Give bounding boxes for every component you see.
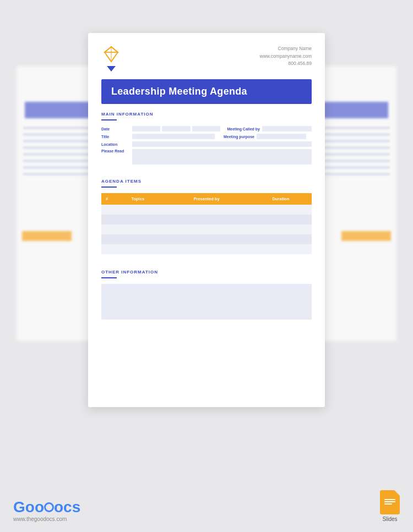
- other-info-box[interactable]: [101, 284, 312, 320]
- agenda-table: # Topics Presented by Duration: [101, 193, 312, 254]
- logo-area: [101, 45, 121, 72]
- title-row: Title Meeting purpose: [101, 134, 312, 139]
- company-name: Company Name: [260, 45, 312, 53]
- goodocs-url: www.thegoodocs.com: [13, 516, 80, 522]
- table-row: [101, 234, 312, 244]
- main-information-section: MAIN INFORMATION Date Meeting Called by …: [88, 104, 325, 164]
- please-read-row: Please Read: [101, 149, 312, 164]
- bg-yellow-bar-left: [22, 231, 72, 241]
- bg-blue-bar-left: [25, 102, 96, 118]
- gem-icon: [101, 45, 121, 65]
- triangle-decoration: [107, 66, 116, 72]
- company-phone: 800.456.89: [260, 60, 312, 68]
- svg-line-4: [105, 47, 111, 52]
- company-info: Company Name www.companyname.com 800.456…: [260, 45, 312, 68]
- main-info-underline: [101, 119, 117, 120]
- date-box-1[interactable]: [132, 126, 160, 131]
- other-information-section: OTHER INFORMATION: [88, 262, 325, 320]
- please-read-field[interactable]: [132, 149, 312, 164]
- title-field[interactable]: [132, 134, 215, 139]
- col-presented-by: Presented by: [164, 193, 250, 205]
- meeting-purpose-field[interactable]: [257, 134, 306, 139]
- bg-yellow-bar-right: [341, 231, 391, 241]
- date-row: Date Meeting Called by: [101, 126, 312, 131]
- other-info-underline: [101, 277, 117, 278]
- date-box-3[interactable]: [192, 126, 220, 131]
- meeting-called-field[interactable]: [262, 126, 312, 131]
- other-info-title: OTHER INFORMATION: [101, 270, 312, 275]
- slides-badge: Slides: [380, 490, 400, 522]
- goodocs-docs: ocs: [54, 498, 80, 515]
- table-row: [101, 224, 312, 234]
- title-bar: Leadership Meeting Agenda: [101, 79, 312, 104]
- doc-header: Company Name www.companyname.com 800.456…: [88, 33, 325, 72]
- slides-label: Slides: [382, 516, 397, 522]
- goodocs-brand: Gooocs www.thegoodocs.com: [13, 500, 80, 522]
- table-row: [101, 244, 312, 254]
- table-header-row: # Topics Presented by Duration: [101, 193, 312, 205]
- main-info-title: MAIN INFORMATION: [101, 112, 312, 117]
- page-footer: Gooocs www.thegoodocs.com Slides: [0, 480, 413, 532]
- location-row: Location: [101, 141, 312, 147]
- slides-icon-lines: [384, 499, 395, 506]
- bg-lines-left: [23, 127, 89, 175]
- goodocs-logo: Gooocs: [13, 500, 80, 515]
- please-read-label: Please Read: [101, 149, 130, 153]
- slides-icon: [380, 490, 400, 514]
- agenda-items-section: AGENDA ITEMS # Topics Presented by Durat…: [88, 171, 325, 254]
- meeting-purpose-label: Meeting purpose: [217, 135, 254, 139]
- svg-line-5: [111, 47, 118, 52]
- company-website: www.companyname.com: [260, 53, 312, 61]
- document-title: Leadership Meeting Agenda: [111, 86, 302, 97]
- col-number: #: [101, 193, 112, 205]
- date-fields: [132, 126, 220, 131]
- location-field[interactable]: [132, 141, 312, 147]
- goodocs-goo: Goo: [13, 498, 44, 515]
- date-box-2[interactable]: [162, 126, 190, 131]
- table-row: [101, 205, 312, 215]
- main-document: Company Name www.companyname.com 800.456…: [88, 33, 325, 407]
- location-label: Location: [101, 142, 130, 146]
- date-label: Date: [101, 127, 130, 131]
- col-duration: Duration: [250, 193, 312, 205]
- table-row: [101, 215, 312, 224]
- agenda-items-title: AGENDA ITEMS: [101, 179, 312, 184]
- meeting-called-label: Meeting Called by: [222, 127, 260, 131]
- bg-lines-right: [324, 127, 390, 175]
- agenda-underline: [101, 187, 117, 188]
- title-label: Title: [101, 135, 130, 139]
- col-topics: Topics: [112, 193, 164, 205]
- bg-blue-bar-right: [317, 102, 388, 118]
